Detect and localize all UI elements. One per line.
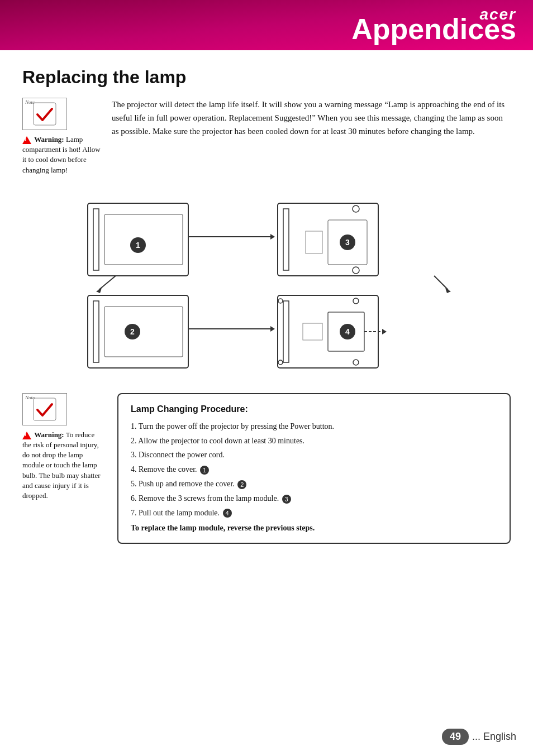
page-title: Appendices — [351, 12, 516, 46]
svg-text:2: 2 — [130, 327, 135, 336]
step-icon-3: 3 — [282, 495, 291, 504]
closing-statement: To replace the lamp module, reverse the … — [131, 524, 497, 533]
procedure-list: 1. Turn the power off the projector by p… — [131, 420, 497, 520]
svg-rect-24 — [283, 301, 289, 362]
svg-rect-2 — [93, 209, 99, 270]
svg-rect-20 — [104, 307, 183, 357]
note2-warning-body: To reduce the risk of personal injury, d… — [22, 430, 100, 500]
svg-rect-19 — [93, 301, 99, 362]
footer-language: ... English — [472, 731, 516, 743]
svg-line-16 — [434, 276, 448, 290]
note-label-text-2: Note — [25, 395, 35, 400]
svg-rect-3 — [104, 214, 183, 265]
svg-point-27 — [278, 299, 283, 303]
note2-warning-text: Warning: To reduce the risk of personal … — [22, 430, 101, 501]
step-4: 4. Remove the cover. 1 — [131, 463, 497, 476]
note-box-1: Note Warning: Lamp compartment is hot! A… — [22, 98, 101, 175]
header-banner: acer Appendices — [0, 0, 533, 50]
svg-point-25 — [353, 298, 359, 304]
svg-text:3: 3 — [345, 238, 350, 247]
step-5: 5. Push up and remove the cover. 2 — [131, 477, 497, 491]
procedure-box: Lamp Changing Procedure: 1. Turn the pow… — [117, 393, 511, 544]
warning-triangle-icon-2 — [22, 432, 31, 439]
step-icon-2: 2 — [237, 480, 246, 489]
svg-rect-30 — [303, 323, 322, 340]
step-6: 6. Remove the 3 screws from the lamp mod… — [131, 492, 497, 505]
page-number: 49 — [442, 729, 469, 745]
svg-point-26 — [353, 360, 359, 365]
step-1-text: Turn the power off the projector by pres… — [139, 422, 334, 430]
svg-rect-9 — [283, 209, 289, 270]
svg-marker-36 — [270, 234, 275, 240]
note2-warning-label: Warning: — [34, 430, 64, 439]
section-body-text: The projector will detect the lamp life … — [112, 98, 511, 175]
step-icon-4: 4 — [223, 509, 232, 518]
svg-marker-7 — [96, 288, 102, 293]
top-section: Note Warning: Lamp compartment is hot! A… — [22, 98, 511, 175]
svg-point-10 — [353, 205, 359, 212]
step-2-text: Allow the projector to cool down at leas… — [138, 437, 304, 445]
svg-point-11 — [353, 267, 359, 274]
warning-triangle-icon-1 — [22, 136, 31, 144]
step-6-text: Remove the 3 screws from the lamp module… — [139, 494, 279, 503]
step-4-text: Remove the cover. — [139, 465, 197, 473]
note-icon-box: Note — [22, 98, 67, 130]
page-content: Replacing the lamp Note Warning: Lamp co… — [0, 50, 533, 566]
svg-marker-38 — [270, 326, 275, 332]
svg-point-28 — [278, 360, 283, 365]
step-icon-1: 1 — [200, 466, 209, 475]
step-5-text: Push up and remove the cover. — [139, 480, 235, 488]
svg-line-6 — [99, 276, 116, 290]
note-label-text: Note — [25, 99, 35, 105]
step-3: 3. Disconnect the power cord. — [131, 448, 497, 462]
svg-marker-17 — [445, 288, 451, 293]
diagram-area: 1 3 — [22, 186, 511, 376]
step-7-text: Pull out the lamp module. — [139, 509, 220, 517]
footer: 49 ... English — [442, 729, 516, 745]
note-box-2: Note Warning: To reduce the risk of pers… — [22, 393, 101, 544]
svg-rect-13 — [306, 231, 322, 253]
note1-warning-text: Warning: Lamp compartment is hot! Allow … — [22, 135, 101, 175]
checkmark-icon — [33, 102, 56, 126]
note1-warning-label: Warning: — [34, 135, 64, 143]
bottom-section: Note Warning: To reduce the risk of pers… — [22, 393, 511, 544]
svg-marker-34 — [382, 329, 387, 334]
svg-text:4: 4 — [345, 327, 350, 336]
lamp-diagrams-svg: 1 3 — [77, 186, 456, 376]
section-title: Replacing the lamp — [22, 67, 511, 88]
svg-text:1: 1 — [136, 241, 140, 250]
step-2: 2. Allow the projector to cool down at l… — [131, 434, 497, 448]
step-3-text: Disconnect the power cord. — [139, 451, 225, 459]
procedure-title: Lamp Changing Procedure: — [131, 404, 497, 414]
step-1: 1. Turn the power off the projector by p… — [131, 420, 497, 433]
note-icon-box-2: Note — [22, 393, 67, 425]
step-7: 7. Pull out the lamp module. 4 — [131, 506, 497, 520]
checkmark-icon-2 — [33, 398, 56, 421]
